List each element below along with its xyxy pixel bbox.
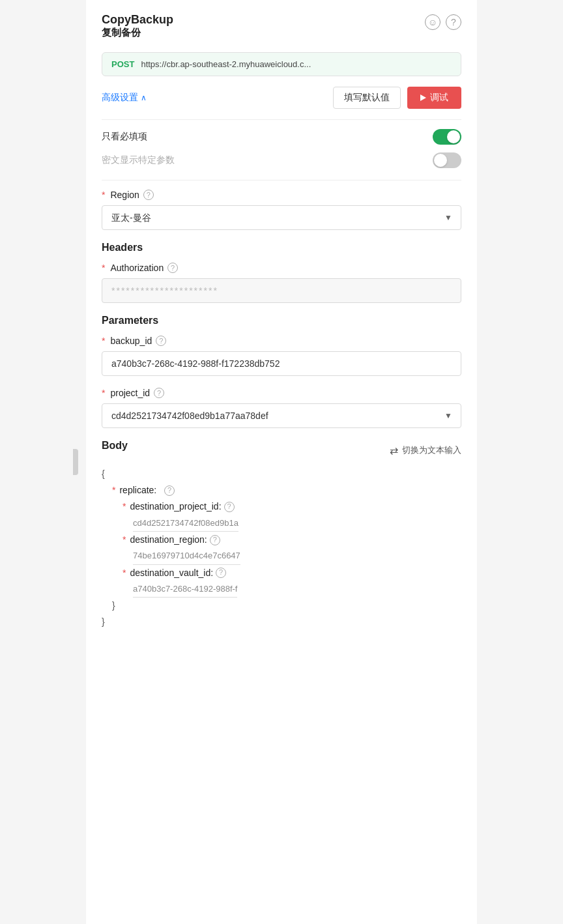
action-buttons: 填写默认值 调试 [333, 87, 461, 109]
app-title: CopyBackup [102, 13, 173, 27]
header-icons: ☺ ? [425, 14, 461, 30]
smile-icon[interactable]: ☺ [425, 14, 440, 30]
region-label-row: * Region ? [102, 190, 461, 200]
backup-id-input[interactable] [102, 351, 461, 376]
parameters-section: Parameters * backup_id ? * project_id ? … [102, 315, 461, 428]
authorization-input[interactable] [102, 278, 461, 303]
backup-id-label-row: * backup_id ? [102, 336, 461, 346]
project-id-help-icon[interactable]: ? [154, 388, 164, 398]
required-only-label: 只看必填项 [102, 131, 147, 143]
project-id-select[interactable]: cd4d2521734742f08ed9b1a77aa78def [102, 403, 461, 428]
required-only-toggle-row: 只看必填项 [102, 129, 461, 145]
authorization-label: Authorization [110, 263, 164, 273]
dest-region-value-line: 74be16979710d4c4e7c6647 [102, 548, 461, 564]
json-tree: { * replicate: ? * destination_project_i… [102, 466, 461, 630]
region-help-icon[interactable]: ? [143, 190, 154, 200]
required-only-toggle[interactable] [433, 129, 461, 145]
headers-title: Headers [102, 242, 461, 253]
project-id-required-star: * [102, 388, 105, 398]
app-subtitle: 复制备份 [102, 27, 173, 39]
advanced-settings-link[interactable]: 高级设置 ∧ [102, 92, 147, 104]
project-id-label: project_id [110, 388, 150, 398]
project-id-label-row: * project_id ? [102, 388, 461, 398]
authorization-help-icon[interactable]: ? [167, 263, 178, 273]
dest-project-id-value-line: cd4d2521734742f08ed9b1a [102, 515, 461, 532]
replicate-line: * replicate: ? [102, 482, 461, 498]
switch-label: 切换为文本输入 [402, 444, 461, 456]
body-section: Body ⇄ 切换为文本输入 { * replicate: ? * destin… [102, 440, 461, 630]
dest-project-id-help-icon[interactable]: ? [224, 502, 235, 512]
dest-region-label-line: * destination_region: ? [102, 532, 461, 548]
project-id-select-wrapper: cd4d2521734742f08ed9b1a77aa78def ▼ [102, 403, 461, 428]
advanced-arrow-icon: ∧ [141, 93, 147, 102]
dest-project-id-label-line: * destination_project_id: ? [102, 498, 461, 515]
parameters-title: Parameters [102, 315, 461, 326]
sidebar-tab[interactable] [73, 449, 78, 475]
url-bar: POST https://cbr.ap-southeast-2.myhuawei… [102, 52, 461, 76]
advanced-settings-label: 高级设置 [102, 92, 138, 104]
switch-to-text-link[interactable]: ⇄ 切换为文本输入 [390, 444, 461, 457]
region-label: Region [110, 190, 139, 200]
dest-vault-id-help-icon[interactable]: ? [216, 568, 226, 578]
secret-knob [434, 154, 447, 167]
authorization-label-row: * Authorization ? [102, 263, 461, 273]
secret-toggle[interactable] [433, 152, 461, 168]
switch-icon: ⇄ [390, 444, 398, 457]
http-method-badge: POST [111, 59, 134, 69]
secret-label: 密文显示特定参数 [102, 154, 175, 166]
play-icon [420, 94, 426, 101]
body-header-row: Body ⇄ 切换为文本输入 [102, 440, 461, 461]
dest-vault-id-value-line: a740b3c7-268c-4192-988f-f [102, 581, 461, 598]
replicate-help-icon[interactable]: ? [164, 485, 175, 496]
headers-section: Headers * Authorization ? [102, 242, 461, 315]
required-only-knob [447, 130, 460, 143]
dest-vault-id-label-line: * destination_vault_id: ? [102, 565, 461, 581]
divider-2 [102, 180, 461, 180]
help-icon[interactable]: ? [446, 14, 461, 30]
backup-id-help-icon[interactable]: ? [156, 336, 166, 346]
json-outer-close: } [102, 614, 461, 630]
dest-region-help-icon[interactable]: ? [210, 535, 220, 545]
auth-required-star: * [102, 263, 105, 273]
divider-1 [102, 119, 461, 120]
app-header: CopyBackup 复制备份 ☺ ? [102, 13, 461, 50]
region-select[interactable]: 亚太-曼谷 亚太-新加坡 华北-北京 [102, 205, 461, 230]
debug-button[interactable]: 调试 [407, 87, 461, 109]
json-open-brace: { [102, 466, 461, 482]
fill-default-button[interactable]: 填写默认值 [333, 87, 401, 109]
secret-toggle-row: 密文显示特定参数 [102, 152, 461, 168]
region-select-wrapper: 亚太-曼谷 亚太-新加坡 华北-北京 ▼ [102, 205, 461, 230]
backup-id-label: backup_id [110, 336, 152, 346]
body-title: Body [102, 440, 128, 452]
json-inner-close: } [102, 598, 461, 614]
region-field: * Region ? 亚太-曼谷 亚太-新加坡 华北-北京 ▼ [102, 190, 461, 230]
url-text: https://cbr.ap-southeast-2.myhuaweicloud… [141, 59, 311, 69]
debug-label: 调试 [430, 92, 448, 104]
region-required-star: * [102, 190, 105, 200]
backup-id-required-star: * [102, 336, 105, 346]
advanced-row: 高级设置 ∧ 填写默认值 调试 [102, 87, 461, 109]
